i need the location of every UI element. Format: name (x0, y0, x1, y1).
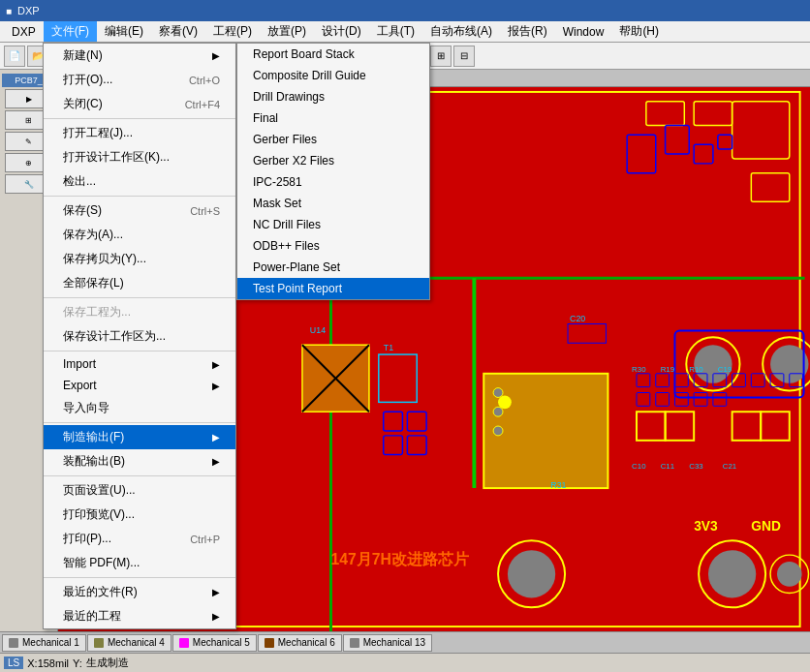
svg-text:T1: T1 (384, 343, 393, 352)
menu-item-open-project[interactable]: 打开工程(J)... (44, 121, 235, 145)
menu-divider-1 (44, 118, 235, 119)
layer-color-mechanical5 (179, 638, 189, 648)
menu-item-recent-files[interactable]: 最近的文件(R) ▶ (44, 580, 235, 604)
menu-item-save-as[interactable]: 保存为(A)... (44, 223, 235, 247)
menu-autoroute[interactable]: 自动布线(A) (422, 21, 500, 42)
svg-point-51 (493, 388, 503, 398)
submenu-gerber-files[interactable]: Gerber Files (237, 129, 429, 150)
menu-save-copy-label: 保存拷贝为(Y)... (63, 251, 146, 267)
menu-dxp[interactable]: DXP (4, 23, 44, 41)
layer-tab-mechanical13[interactable]: Mechanical 13 (343, 634, 432, 652)
layer-label-mechanical4: Mechanical 4 (108, 637, 165, 648)
svg-text:C33: C33 (689, 462, 703, 471)
submenu-final[interactable]: Final (237, 107, 429, 129)
menu-item-import[interactable]: Import ▶ (44, 353, 235, 375)
menu-manufacture-arrow: ▶ (212, 432, 220, 443)
menu-close-shortcut: Ctrl+F4 (185, 99, 220, 110)
layer-color-mechanical4 (94, 638, 104, 648)
menu-item-recent-projects[interactable]: 最近的工程 ▶ (44, 604, 235, 628)
toolbar-new[interactable]: 📄 (4, 46, 25, 67)
svg-text:C21: C21 (723, 462, 736, 471)
menu-place[interactable]: 放置(P) (260, 21, 314, 42)
menu-divider-4 (44, 351, 235, 351)
menu-item-save-project: 保存工程为... (44, 300, 235, 324)
menu-smart-pdf-label: 智能 PDF(M)... (63, 555, 140, 571)
x-coord: X:158mil (27, 657, 69, 669)
svg-text:147月7H改进路芯片: 147月7H改进路芯片 (331, 551, 470, 567)
submenu-nc-drill[interactable]: NC Drill Files (237, 214, 429, 235)
submenu-ipc-2581[interactable]: IPC-2581 (237, 171, 429, 193)
menu-item-save-all[interactable]: 全部保存(L) (44, 271, 235, 295)
title-bar-text: DXP (17, 5, 40, 16)
menu-item-new[interactable]: 新建(N) ▶ (44, 44, 235, 68)
submenu-mask-set[interactable]: Mask Set (237, 193, 429, 214)
submenu-report-board-stack[interactable]: Report Board Stack (237, 44, 429, 65)
menu-import-label: Import (63, 357, 96, 371)
menu-item-save-copy[interactable]: 保存拷贝为(Y)... (44, 247, 235, 271)
menu-item-page-setup[interactable]: 页面设置(U)... (44, 478, 235, 503)
layer-tab-mechanical4[interactable]: Mechanical 4 (87, 634, 171, 652)
menu-manufacture-label: 制造输出(F) (63, 429, 124, 445)
submenu-final-label: Final (253, 111, 278, 125)
submenu-composite-drill[interactable]: Composite Drill Guide (237, 65, 429, 86)
submenu-ipc-2581-label: IPC-2581 (253, 175, 302, 189)
submenu-gerber-x2[interactable]: Gerber X2 Files (237, 150, 429, 171)
menu-design[interactable]: 设计(D) (314, 21, 369, 42)
menu-save-workspace-label: 保存设计工作区为... (63, 328, 166, 345)
layer-label-mechanical1: Mechanical 1 (22, 637, 79, 648)
layer-tab-mechanical6[interactable]: Mechanical 6 (258, 634, 342, 652)
menu-bar: DXP 文件(F) 编辑(E) 察看(V) 工程(P) 放置(P) 设计(D) … (0, 21, 810, 43)
manufacture-submenu: Report Board Stack Composite Drill Guide… (236, 43, 430, 300)
menu-divider-2 (44, 196, 235, 197)
menu-new-label: 新建(N) (63, 47, 103, 64)
menu-report[interactable]: 报告(R) (500, 21, 555, 42)
menu-item-open-workspace[interactable]: 打开设计工作区(K)... (44, 145, 235, 169)
submenu-power-plane[interactable]: Power-Plane Set (237, 257, 429, 278)
submenu-test-point-label: Test Point Report (253, 282, 342, 295)
svg-text:C11: C11 (661, 462, 674, 471)
menu-item-open[interactable]: 打开(O)... Ctrl+O (44, 68, 235, 92)
layer-label-mechanical5: Mechanical 5 (193, 637, 250, 648)
svg-text:C10: C10 (632, 462, 646, 471)
menu-export-arrow: ▶ (212, 381, 220, 391)
layer-tab-mechanical1[interactable]: Mechanical 1 (2, 634, 86, 652)
menu-window[interactable]: Window (555, 23, 612, 41)
y-coord: Y: (73, 657, 82, 669)
layer-color-mechanical6 (265, 638, 274, 648)
menu-item-save-workspace[interactable]: 保存设计工作区为... (44, 324, 235, 349)
menu-divider-5 (44, 422, 235, 423)
menu-item-close[interactable]: 关闭(C) Ctrl+F4 (44, 92, 235, 116)
menu-item-manufacture[interactable]: 制造输出(F) ▶ (44, 425, 235, 449)
layer-tab-mechanical5[interactable]: Mechanical 5 (172, 634, 257, 652)
menu-item-smart-pdf[interactable]: 智能 PDF(M)... (44, 551, 235, 575)
menu-tools[interactable]: 工具(T) (369, 21, 422, 42)
submenu-nc-drill-label: NC Drill Files (253, 218, 321, 231)
menu-view[interactable]: 察看(V) (151, 21, 205, 42)
menu-recent-files-label: 最近的文件(R) (63, 584, 138, 600)
menu-item-import-wizard[interactable]: 导入向导 (44, 396, 235, 420)
menu-file[interactable]: 文件(F) (44, 21, 97, 42)
toolbar-extra3[interactable]: ⊟ (453, 46, 475, 67)
status-action: 生成制造 (86, 656, 129, 670)
menu-import-wizard-label: 导入向导 (63, 400, 109, 416)
submenu-drill-drawings[interactable]: Drill Drawings (237, 86, 429, 107)
menu-item-save[interactable]: 保存(S) Ctrl+S (44, 199, 235, 223)
submenu-odb[interactable]: ODB++ Files (237, 235, 429, 257)
menu-item-export[interactable]: Export ▶ (44, 375, 235, 396)
menu-open-workspace-label: 打开设计工作区(K)... (63, 149, 170, 166)
menu-print-label: 打印(P)... (63, 531, 111, 547)
svg-point-53 (493, 426, 503, 436)
menu-help[interactable]: 帮助(H) (611, 21, 667, 42)
menu-item-print[interactable]: 打印(P)... Ctrl+P (44, 527, 235, 551)
menu-edit[interactable]: 编辑(E) (97, 21, 151, 42)
menu-item-checkout[interactable]: 检出... (44, 169, 235, 194)
menu-item-print-preview[interactable]: 打印预览(V)... (44, 503, 235, 527)
menu-project[interactable]: 工程(P) (205, 21, 260, 42)
toolbar-extra2[interactable]: ⊞ (430, 46, 452, 67)
svg-text:GND: GND (751, 519, 781, 534)
submenu-composite-drill-label: Composite Drill Guide (253, 69, 366, 82)
menu-item-assembly[interactable]: 装配输出(B) ▶ (44, 449, 235, 473)
layer-label-mechanical6: Mechanical 6 (278, 637, 335, 648)
submenu-test-point[interactable]: Test Point Report (237, 278, 429, 299)
menu-export-label: Export (63, 379, 97, 392)
